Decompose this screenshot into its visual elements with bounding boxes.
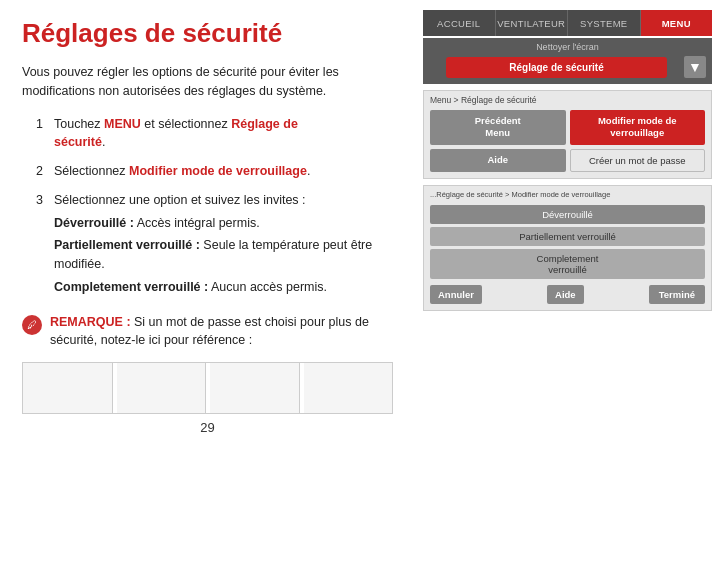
termine-button[interactable]: Terminé xyxy=(649,285,705,304)
step-1-content: Touchez MENU et sélectionnez Réglage des… xyxy=(54,115,393,153)
nav-accueil[interactable]: ACCUEIL xyxy=(423,10,496,36)
reglage-keyword: Réglage desécurité xyxy=(54,117,298,150)
step-1: 1 Touchez MENU et sélectionnez Réglage d… xyxy=(36,115,393,153)
note-box-4 xyxy=(304,363,393,413)
note-box-1 xyxy=(23,363,113,413)
dropdown-arrow-icon[interactable]: ▼ xyxy=(684,56,706,78)
option-partiellement: Partiellement verrouillé : Seule la temp… xyxy=(54,236,393,274)
modifier-verrouillage-button[interactable]: Modifier mode deverrouillage xyxy=(570,110,706,145)
precedent-menu-button[interactable]: PrécédentMenu xyxy=(430,110,566,145)
screen1-top-label: Nettoyer l'écran xyxy=(429,42,706,52)
screen2-breadcrumb: Menu > Réglage de sécurité xyxy=(430,95,705,105)
option-completement: Completement verrouillé : Aucun accès pe… xyxy=(54,278,393,297)
remark-label: REMARQUE : xyxy=(50,315,131,329)
nav-bar[interactable]: ACCUEIL VENTILATEUR SYSTEME MENU xyxy=(423,10,712,36)
intro-text: Vous pouvez régler les options de sécuri… xyxy=(22,63,393,101)
nav-menu[interactable]: MENU xyxy=(641,10,713,36)
step-1-number: 1 xyxy=(36,115,54,153)
modifier-keyword: Modifier mode de verrouillage xyxy=(129,164,307,178)
screen-reglage: Nettoyer l'écran Réglage de sécurité ▼ xyxy=(423,38,712,84)
lock-options: Déverrouillé Partiellement verrouillé Co… xyxy=(430,205,705,279)
reglage-securite-button[interactable]: Réglage de sécurité xyxy=(446,57,668,78)
remark-box: REMARQUE : Si un mot de passe est choisi… xyxy=(22,313,393,351)
step-3: 3 Sélectionnez une option et suivez les … xyxy=(36,191,393,301)
page-number: 29 xyxy=(22,420,393,435)
nav-ventilateur[interactable]: VENTILATEUR xyxy=(496,10,569,36)
remark-icon xyxy=(22,315,42,335)
note-boxes xyxy=(22,362,393,414)
option-deverrouille: Déverrouillé : Accès intégral permis. xyxy=(54,214,393,233)
step-2: 2 Sélectionnez Modifier mode de verrouil… xyxy=(36,162,393,181)
aide-button-screen3[interactable]: Aide xyxy=(547,285,584,304)
screen-options: ...Réglage de sécurité > Modifier mode d… xyxy=(423,185,712,311)
page-title: Réglages de sécurité xyxy=(22,18,393,49)
screen3-bottom-bar: Annuler Aide Terminé xyxy=(430,285,705,304)
screen2-buttons: PrécédentMenu Modifier mode deverrouilla… xyxy=(430,110,705,172)
screen1-row: Réglage de sécurité ▼ xyxy=(429,56,706,78)
step-3-content: Sélectionnez une option et suivez les in… xyxy=(54,191,393,301)
option-completement-btn[interactable]: Completementverrouillé xyxy=(430,249,705,279)
note-box-3 xyxy=(210,363,300,413)
creer-mot-passe-button[interactable]: Créer un mot de passe xyxy=(570,149,706,172)
left-panel: Réglages de sécurité Vous pouvez régler … xyxy=(0,0,415,565)
remark-text: REMARQUE : Si un mot de passe est choisi… xyxy=(50,313,393,351)
note-box-2 xyxy=(117,363,207,413)
screen3-breadcrumb: ...Réglage de sécurité > Modifier mode d… xyxy=(430,190,705,199)
aide-button-screen2[interactable]: Aide xyxy=(430,149,566,172)
menu-keyword: MENU xyxy=(104,117,141,131)
option-deverrouille-btn[interactable]: Déverrouillé xyxy=(430,205,705,224)
nav-systeme[interactable]: SYSTEME xyxy=(568,10,641,36)
step-2-number: 2 xyxy=(36,162,54,181)
screen-modifier: Menu > Réglage de sécurité PrécédentMenu… xyxy=(423,90,712,179)
step-2-content: Sélectionnez Modifier mode de verrouilla… xyxy=(54,162,393,181)
step-3-number: 3 xyxy=(36,191,54,301)
annuler-button[interactable]: Annuler xyxy=(430,285,482,304)
option-partiellement-btn[interactable]: Partiellement verrouillé xyxy=(430,227,705,246)
steps-list: 1 Touchez MENU et sélectionnez Réglage d… xyxy=(36,115,393,301)
right-panel: ACCUEIL VENTILATEUR SYSTEME MENU Nettoye… xyxy=(415,0,720,565)
